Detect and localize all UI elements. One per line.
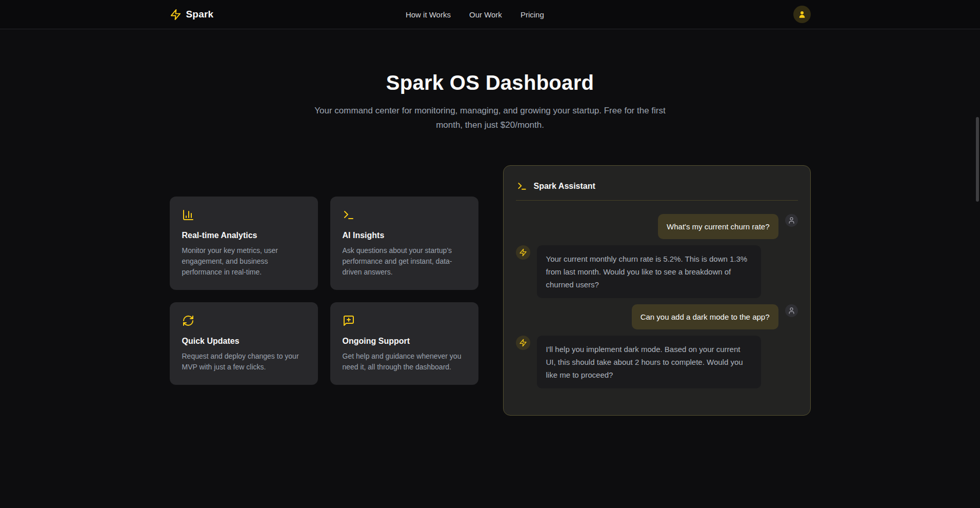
chat-message-assistant: I'll help you implement dark mode. Based… bbox=[516, 336, 798, 388]
nav-link-pricing[interactable]: Pricing bbox=[521, 10, 544, 19]
zap-icon bbox=[170, 9, 182, 21]
feature-title: Quick Updates bbox=[182, 337, 306, 346]
zap-icon bbox=[519, 339, 527, 347]
assistant-message-bubble: Your current monthly churn rate is 5.2%.… bbox=[537, 245, 761, 298]
top-navbar: Spark How it Works Our Work Pricing bbox=[0, 0, 980, 29]
spark-assistant-panel: Spark Assistant What's my current churn … bbox=[503, 165, 811, 416]
page-subtitle: Your command center for monitoring, mana… bbox=[313, 104, 667, 132]
feature-title: Ongoing Support bbox=[343, 337, 466, 346]
terminal-icon bbox=[343, 209, 355, 221]
user-icon bbox=[797, 10, 807, 19]
user-icon bbox=[788, 217, 795, 224]
feature-card-ai-insights: AI Insights Ask questions about your sta… bbox=[330, 197, 478, 290]
terminal-icon bbox=[517, 181, 527, 191]
chat-message-user: Can you add a dark mode to the app? bbox=[516, 304, 798, 329]
feature-card-realtime-analytics: Real-time Analytics Monitor your key met… bbox=[170, 197, 318, 290]
assistant-message-avatar bbox=[516, 245, 530, 260]
features-grid: Real-time Analytics Monitor your key met… bbox=[170, 197, 478, 385]
hero-section: Spark OS Dashboard Your command center f… bbox=[0, 29, 980, 132]
assistant-message-avatar bbox=[516, 336, 530, 350]
main-content: Real-time Analytics Monitor your key met… bbox=[170, 165, 811, 416]
chat-message-assistant: Your current monthly churn rate is 5.2%.… bbox=[516, 245, 798, 298]
user-message-bubble: Can you add a dark mode to the app? bbox=[632, 304, 778, 329]
chat-messages: What's my current churn rate? Your curre… bbox=[516, 214, 798, 388]
nav-links: How it Works Our Work Pricing bbox=[406, 10, 544, 19]
feature-description: Get help and guidance whenever you need … bbox=[343, 351, 466, 373]
nav-link-how-it-works[interactable]: How it Works bbox=[406, 10, 451, 19]
assistant-message-bubble: I'll help you implement dark mode. Based… bbox=[537, 336, 761, 388]
feature-description: Monitor your key metrics, user engagemen… bbox=[182, 245, 306, 278]
page-title: Spark OS Dashboard bbox=[0, 71, 980, 94]
brand-logo[interactable]: Spark bbox=[170, 9, 214, 21]
feature-title: AI Insights bbox=[343, 231, 466, 240]
assistant-title: Spark Assistant bbox=[534, 182, 595, 191]
nav-link-our-work[interactable]: Our Work bbox=[469, 10, 502, 19]
user-message-avatar bbox=[785, 214, 798, 227]
refresh-icon bbox=[182, 315, 194, 327]
assistant-divider bbox=[516, 200, 798, 201]
bar-chart-icon bbox=[182, 209, 194, 221]
scrollbar-thumb[interactable] bbox=[976, 117, 979, 202]
zap-icon bbox=[519, 248, 527, 257]
feature-card-quick-updates: Quick Updates Request and deploy changes… bbox=[170, 302, 318, 385]
chat-message-user: What's my current churn rate? bbox=[516, 214, 798, 239]
assistant-header: Spark Assistant bbox=[516, 178, 798, 191]
feature-description: Ask questions about your startup's perfo… bbox=[343, 245, 466, 278]
user-message-avatar bbox=[785, 304, 798, 317]
user-avatar-button[interactable] bbox=[793, 6, 811, 23]
user-icon bbox=[788, 307, 795, 315]
feature-card-ongoing-support: Ongoing Support Get help and guidance wh… bbox=[330, 302, 478, 385]
feature-title: Real-time Analytics bbox=[182, 231, 306, 240]
brand-name: Spark bbox=[186, 9, 214, 20]
message-square-plus-icon bbox=[343, 315, 355, 327]
user-message-bubble: What's my current churn rate? bbox=[658, 214, 778, 239]
feature-description: Request and deploy changes to your MVP w… bbox=[182, 351, 306, 373]
